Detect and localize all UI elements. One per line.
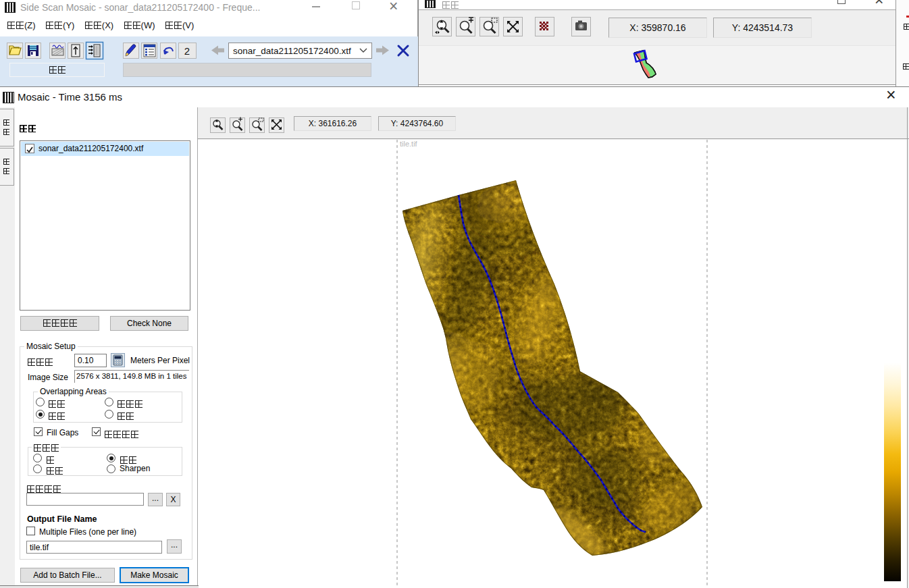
svg-text:tile.tif: tile.tif: [400, 140, 418, 148]
svg-text:2: 2: [184, 45, 190, 57]
svg-text:sonar_data211205172400.xtf: sonar_data211205172400.xtf: [233, 46, 351, 56]
